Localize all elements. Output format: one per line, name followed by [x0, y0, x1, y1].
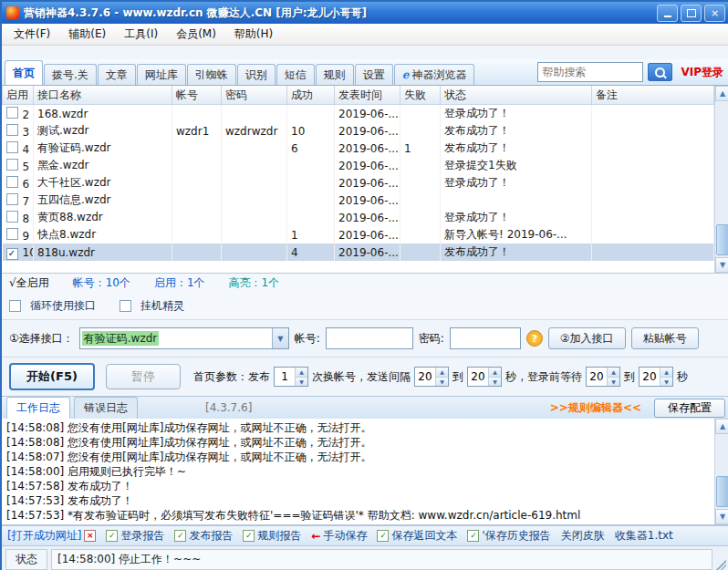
pause-button[interactable]: 暂停 — [106, 364, 181, 389]
close-skin[interactable]: 关闭皮肤 — [561, 528, 605, 544]
scrollbar-thumb[interactable] — [716, 476, 728, 507]
scrollbar-track[interactable] — [715, 101, 728, 257]
open-success-url[interactable]: [打开成功网址]× — [7, 528, 96, 544]
column-header-5[interactable]: 发表时间 — [335, 86, 400, 105]
row-checkbox[interactable] — [6, 211, 18, 223]
tab-6[interactable]: 短信 — [276, 64, 315, 85]
spin-down-icon[interactable]: ▼ — [489, 377, 501, 387]
spin-down-icon[interactable]: ▼ — [660, 377, 672, 387]
hangup-elf-option[interactable]: 挂机精灵 — [120, 298, 184, 314]
spin-up-icon[interactable]: ▲ — [296, 368, 307, 377]
add-interface-button[interactable]: ②加入接口 — [548, 327, 626, 349]
start-button[interactable]: 开始(F5) — [9, 363, 95, 390]
column-header-8[interactable]: 备注 — [592, 86, 714, 105]
hangup-elf-checkbox[interactable] — [120, 300, 131, 312]
scroll-up-icon[interactable]: ▲ — [715, 419, 728, 434]
collector-file[interactable]: 收集器1.txt — [615, 528, 673, 544]
column-header-1[interactable]: 接口名称 — [34, 86, 172, 105]
manual-save[interactable]: ←手动保存 — [311, 528, 367, 544]
checkbox-checked-icon[interactable]: ✓ — [106, 530, 118, 542]
save-return-text[interactable]: ✓保存返回文本 — [377, 528, 457, 544]
tab-1[interactable]: 拨号.关 — [44, 64, 97, 85]
column-header-6[interactable]: 失败 — [400, 86, 441, 105]
spin-down-icon[interactable]: ▼ — [296, 377, 307, 387]
spin-down-icon[interactable]: ▼ — [608, 377, 619, 387]
column-header-7[interactable]: 状态 — [441, 86, 592, 105]
tab-work-log[interactable]: 工作日志 — [6, 397, 70, 419]
row-checkbox[interactable] — [6, 228, 18, 240]
save-history-report[interactable]: ✓'保存历史报告 — [467, 528, 550, 544]
tab-4[interactable]: 引蜘蛛 — [187, 64, 236, 85]
help-icon[interactable]: ? — [526, 330, 543, 347]
save-config-button[interactable]: 保存配置 — [654, 399, 725, 418]
rule-report[interactable]: ✓规则报告 — [243, 528, 301, 544]
row-checkbox[interactable] — [6, 159, 18, 171]
paste-account-button[interactable]: 粘贴帐号 — [631, 327, 699, 349]
scroll-down-icon[interactable]: ▼ — [715, 509, 728, 524]
scroll-down-icon[interactable]: ▼ — [715, 257, 728, 273]
wait-to-input[interactable] — [640, 368, 660, 386]
vip-login-link[interactable]: VIP登录 — [681, 65, 723, 80]
interval-from-input[interactable] — [415, 368, 435, 386]
wait-from-input[interactable] — [587, 368, 607, 386]
column-header-3[interactable]: 密码 — [222, 86, 287, 105]
scrollbar-thumb[interactable] — [716, 224, 728, 255]
interface-combobox[interactable]: 有验证码.wzdr ▼ — [79, 327, 289, 349]
tab-2[interactable]: 文章 — [98, 64, 136, 85]
search-button[interactable] — [648, 63, 672, 81]
spin-up-icon[interactable]: ▲ — [436, 368, 448, 377]
tab-8[interactable]: 设置 — [355, 64, 393, 85]
publish-count-input[interactable] — [275, 368, 295, 386]
menu-item-1[interactable]: 辅助(E) — [59, 25, 115, 44]
tab-9[interactable]: e神器浏览器 — [394, 64, 475, 85]
checkbox-checked-icon[interactable]: ✓ — [377, 530, 389, 542]
maximize-button[interactable] — [681, 5, 702, 22]
table-row-9[interactable]: 9快点8.wzdr12019-06-...新导入帐号! 2019-06-... — [3, 226, 714, 244]
checkbox-checked-icon[interactable]: ✓ — [467, 530, 479, 542]
rule-editor-link[interactable]: >>规则编辑器<< — [550, 400, 641, 416]
login-report[interactable]: ✓登录报告 — [106, 528, 164, 544]
table-row-8[interactable]: 8黄页88.wzdr2019-06-...登录成功了！ — [3, 209, 714, 226]
menu-item-4[interactable]: 帮助(H) — [225, 25, 282, 44]
column-header-2[interactable]: 帐号 — [172, 86, 222, 105]
column-header-4[interactable]: 成功 — [287, 86, 335, 105]
checkbox-checked-icon[interactable]: ✓ — [174, 530, 186, 542]
tab-0[interactable]: 首页 — [5, 60, 43, 85]
menu-item-3[interactable]: 会员(M) — [167, 25, 225, 44]
account-input[interactable] — [326, 327, 413, 349]
menu-item-2[interactable]: 工具(I) — [115, 25, 167, 44]
table-scrollbar[interactable]: ▲ ▼ — [714, 86, 728, 273]
checkbox-x-icon[interactable]: × — [84, 530, 96, 542]
table-row-10[interactable]: ✓10818u.wzdr42019-06-...发布成功了！ — [3, 244, 714, 261]
close-button[interactable]: × — [704, 5, 725, 22]
menu-item-0[interactable]: 文件(F) — [5, 25, 59, 44]
help-search-input[interactable] — [537, 62, 643, 82]
enable-all-toggle[interactable]: √全启用 — [9, 275, 49, 291]
resize-grip[interactable] — [716, 560, 726, 570]
row-checkbox[interactable] — [6, 141, 18, 153]
log-scrollbar[interactable]: ▲ ▼ — [714, 419, 728, 524]
row-checkbox[interactable] — [6, 193, 18, 205]
table-row-4[interactable]: 4有验证码.wzdr62019-06-...1发布成功了！ — [3, 140, 714, 157]
tab-7[interactable]: 规则 — [316, 64, 354, 85]
table-row-3[interactable]: 3测试.wzdrwzdr1wzdrwzdr102019-06-...发布成功了！ — [3, 122, 714, 140]
spin-up-icon[interactable]: ▲ — [608, 368, 619, 377]
table-row-7[interactable]: 7五四信息.wzdr2019-06-... — [3, 192, 714, 209]
table-row-6[interactable]: 6大千社区.wzdr2019-06-...登录成功了！ — [3, 174, 714, 192]
spin-down-icon[interactable]: ▼ — [436, 377, 448, 387]
publish-report[interactable]: ✓发布报告 — [174, 528, 233, 544]
tab-5[interactable]: 识别 — [237, 64, 276, 85]
chevron-down-icon[interactable]: ▼ — [272, 328, 288, 348]
row-checkbox[interactable] — [6, 124, 18, 136]
table-row-5[interactable]: 5黑金.wzdr2019-06-...登录提交1失败 — [3, 157, 714, 174]
loop-interface-checkbox[interactable] — [9, 300, 21, 312]
tab-error-log[interactable]: 错误日志 — [74, 397, 138, 419]
spin-up-icon[interactable]: ▲ — [489, 368, 501, 377]
scroll-up-icon[interactable]: ▲ — [715, 86, 728, 101]
minimize-button[interactable] — [657, 5, 678, 22]
table-row-2[interactable]: 2168.wzdr2019-06-...登录成功了！ — [3, 105, 714, 123]
row-checkbox[interactable] — [6, 107, 18, 119]
password-input[interactable] — [450, 327, 521, 349]
row-checkbox[interactable]: ✓ — [6, 248, 18, 260]
column-header-0[interactable]: 启用 — [3, 86, 34, 105]
